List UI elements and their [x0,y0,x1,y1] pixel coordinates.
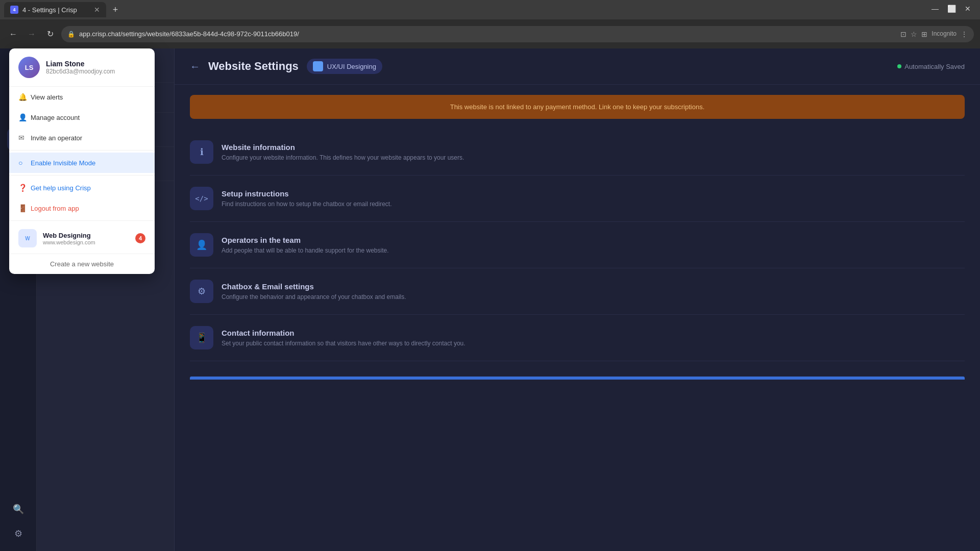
menu-divider-1 [9,150,155,151]
incognito-label: Incognito [932,30,957,38]
icon-group-search: 🔍 [7,498,30,520]
setup-icon: </> [190,187,213,210]
tab-favicon: 4 [10,6,18,14]
invisible-icon: ○ [18,159,27,167]
settings-card-setup[interactable]: </> Setup instructions Find instructions… [190,176,965,222]
url-text: app.crisp.chat/settings/website/6833ae5b… [79,30,896,38]
setup-text: Setup instructions Find instructions on … [222,189,392,208]
menu-item-logout-label: Logout from app [31,205,79,212]
workspace-badge-count: 4 [135,233,145,243]
menu-user-email: 82bc6d3a@moodjoy.com [46,68,115,75]
menu-item-manage-account[interactable]: 👤 Manage account [9,107,155,128]
page-title: Website Settings [208,60,299,73]
auto-saved-dot [897,64,901,68]
invite-icon: ✉ [18,134,27,142]
workspace-name: Web Designing [43,232,95,239]
manage-icon: 👤 [18,113,27,121]
tab-title: 4 - Settings | Crisp [22,6,90,14]
settings-card-chatbox[interactable]: ⚙ Chatbox & Email settings Configure the… [190,268,965,315]
menu-divider-2 [9,175,155,176]
reload-button[interactable]: ↻ [43,27,57,41]
new-tab-button[interactable]: + [108,3,122,17]
maximize-button[interactable]: ⬜ [945,3,958,15]
auto-saved-text: Automatically Saved [904,63,965,70]
forward-button[interactable]: → [24,27,39,41]
contact-icon: 📱 [190,326,213,349]
settings-list: ℹ Website information Configure your web… [175,129,980,377]
menu-workspace-item[interactable]: W Web Designing www.webdesign.com 4 [9,223,155,254]
warning-text: This website is not linked to any paymen… [450,103,705,111]
menu-item-manage-label: Manage account [31,114,80,121]
alerts-icon: 🔔 [18,93,27,101]
workspace-logo: W [18,229,37,247]
workspace-badge: UX/UI Designing [307,59,382,74]
contact-text: Contact information Set your public cont… [222,329,465,347]
menu-user-name: Liam Stone [46,60,115,68]
menu-item-alerts-label: View alerts [31,93,63,101]
contact-description: Set your public contact information so t… [222,340,465,347]
address-bar[interactable]: 🔒 app.crisp.chat/settings/website/6833ae… [61,26,974,42]
settings-card-operators[interactable]: 👤 Operators in the team Add people that … [190,222,965,268]
chatbox-icon: ⚙ [190,280,213,303]
website-info-description: Configure your website information. This… [222,154,464,161]
auto-saved-indicator: Automatically Saved [897,63,965,70]
contact-title: Contact information [222,329,465,337]
workspace-badge-text: UX/UI Designing [327,63,376,70]
settings-card-website-info[interactable]: ℹ Website information Configure your web… [190,129,965,176]
menu-user-section: LS Liam Stone 82bc6d3a@moodjoy.com [9,48,155,87]
menu-item-invisible-label: Enable Invisible Mode [31,159,95,167]
menu-item-view-alerts[interactable]: 🔔 View alerts [9,87,155,107]
back-arrow-icon[interactable]: ← [190,61,200,72]
website-info-text: Website information Configure your websi… [222,143,464,161]
warning-banner: This website is not linked to any paymen… [190,95,965,119]
help-icon: ❓ [18,184,27,192]
menu-divider-3 [9,220,155,221]
avatar-initials: LS [25,64,34,71]
menu-item-invite-operator[interactable]: ✉ Invite an operator [9,128,155,148]
tab-bar: 4 4 - Settings | Crisp ✕ + — ⬜ ✕ [0,0,980,19]
cast-icon: ⊡ [900,30,906,38]
create-website-label: Create a new website [50,260,114,268]
workspace-info: Web Designing www.webdesign.com [43,232,95,245]
bottom-progress-bar [190,377,965,380]
extension-icon: ⊞ [921,30,927,38]
active-tab[interactable]: 4 4 - Settings | Crisp ✕ [4,2,106,17]
menu-item-invite-label: Invite an operator [31,134,82,142]
chatbox-text: Chatbox & Email settings Configure the b… [222,282,406,300]
menu-user-avatar: LS [18,57,40,78]
chatbox-description: Configure the behavior and appearance of… [222,293,406,300]
website-info-icon: ℹ [190,140,213,164]
operators-title: Operators in the team [222,236,389,244]
tab-close-button[interactable]: ✕ [94,6,100,14]
operators-description: Add people that will be able to handle s… [222,247,389,254]
settings-icon: ⚙ [14,528,22,539]
main-content: ← Website Settings UX/UI Designing Autom… [175,48,980,551]
menu-item-get-help[interactable]: ❓ Get help using Crisp [9,178,155,198]
window-controls: — ⬜ ✕ [929,3,974,15]
sidebar-icon-search[interactable]: 🔍 [7,498,30,520]
address-bar-icons: ⊡ ☆ ⊞ Incognito ⋮ [900,30,968,38]
minimize-button[interactable]: — [929,3,941,15]
logout-icon: 🚪 [18,204,27,212]
workspace-logo-text: W [25,236,30,241]
workspace-badge-icon [313,61,323,71]
bookmark-icon[interactable]: ☆ [911,30,917,38]
menu-create-website[interactable]: Create a new website [9,254,155,274]
chatbox-title: Chatbox & Email settings [222,282,406,291]
user-dropdown-menu: LS Liam Stone 82bc6d3a@moodjoy.com 🔔 Vie… [9,48,155,274]
search-icon: 🔍 [13,504,24,515]
sidebar-icon-settings[interactable]: ⚙ [7,522,30,545]
menu-item-invisible-mode[interactable]: ○ Enable Invisible Mode [9,153,155,173]
address-bar-row: ← → ↻ 🔒 app.crisp.chat/settings/website/… [0,19,980,48]
back-button[interactable]: ← [6,27,20,41]
menu-user-info: Liam Stone 82bc6d3a@moodjoy.com [46,60,115,75]
menu-item-help-label: Get help using Crisp [31,184,91,192]
workspace-url: www.webdesign.com [43,239,95,245]
browser-chrome: 4 4 - Settings | Crisp ✕ + — ⬜ ✕ ← → ↻ 🔒… [0,0,980,48]
close-button[interactable]: ✕ [962,3,974,15]
setup-title: Setup instructions [222,189,392,198]
menu-item-logout[interactable]: 🚪 Logout from app [9,198,155,218]
settings-card-contact[interactable]: 📱 Contact information Set your public co… [190,315,965,361]
menu-icon[interactable]: ⋮ [961,30,968,38]
main-header: ← Website Settings UX/UI Designing Autom… [175,48,980,85]
